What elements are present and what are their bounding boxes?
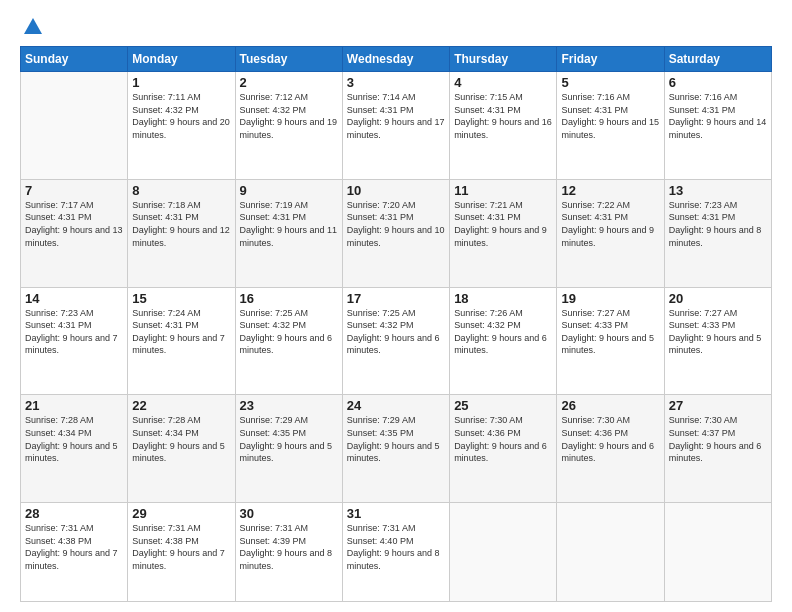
- day-number: 9: [240, 183, 338, 198]
- day-number: 10: [347, 183, 445, 198]
- day-number: 4: [454, 75, 552, 90]
- sunset-text: Sunset: 4:32 PM: [454, 319, 552, 332]
- calendar-cell: 26Sunrise: 7:30 AMSunset: 4:36 PMDayligh…: [557, 395, 664, 503]
- calendar-cell: 29Sunrise: 7:31 AMSunset: 4:38 PMDayligh…: [128, 503, 235, 602]
- calendar-cell: 13Sunrise: 7:23 AMSunset: 4:31 PMDayligh…: [664, 179, 771, 287]
- calendar-cell: [21, 72, 128, 180]
- calendar-day-header: Friday: [557, 47, 664, 72]
- sunrise-text: Sunrise: 7:15 AM: [454, 91, 552, 104]
- calendar-cell: 21Sunrise: 7:28 AMSunset: 4:34 PMDayligh…: [21, 395, 128, 503]
- sunrise-text: Sunrise: 7:22 AM: [561, 199, 659, 212]
- calendar-cell: 22Sunrise: 7:28 AMSunset: 4:34 PMDayligh…: [128, 395, 235, 503]
- sunrise-text: Sunrise: 7:23 AM: [669, 199, 767, 212]
- day-info: Sunrise: 7:19 AMSunset: 4:31 PMDaylight:…: [240, 199, 338, 249]
- calendar-cell: 3Sunrise: 7:14 AMSunset: 4:31 PMDaylight…: [342, 72, 449, 180]
- sunrise-text: Sunrise: 7:16 AM: [669, 91, 767, 104]
- sunset-text: Sunset: 4:34 PM: [132, 427, 230, 440]
- sunrise-text: Sunrise: 7:29 AM: [347, 414, 445, 427]
- daylight-text: Daylight: 9 hours and 14 minutes.: [669, 116, 767, 141]
- sunset-text: Sunset: 4:35 PM: [347, 427, 445, 440]
- sunrise-text: Sunrise: 7:11 AM: [132, 91, 230, 104]
- daylight-text: Daylight: 9 hours and 7 minutes.: [132, 547, 230, 572]
- sunset-text: Sunset: 4:38 PM: [25, 535, 123, 548]
- day-info: Sunrise: 7:30 AMSunset: 4:36 PMDaylight:…: [561, 414, 659, 464]
- sunset-text: Sunset: 4:31 PM: [669, 211, 767, 224]
- day-info: Sunrise: 7:27 AMSunset: 4:33 PMDaylight:…: [669, 307, 767, 357]
- sunrise-text: Sunrise: 7:30 AM: [669, 414, 767, 427]
- day-info: Sunrise: 7:16 AMSunset: 4:31 PMDaylight:…: [669, 91, 767, 141]
- calendar-day-header: Sunday: [21, 47, 128, 72]
- sunrise-text: Sunrise: 7:23 AM: [25, 307, 123, 320]
- daylight-text: Daylight: 9 hours and 9 minutes.: [454, 224, 552, 249]
- day-info: Sunrise: 7:21 AMSunset: 4:31 PMDaylight:…: [454, 199, 552, 249]
- daylight-text: Daylight: 9 hours and 8 minutes.: [669, 224, 767, 249]
- daylight-text: Daylight: 9 hours and 7 minutes.: [132, 332, 230, 357]
- day-number: 6: [669, 75, 767, 90]
- sunrise-text: Sunrise: 7:25 AM: [240, 307, 338, 320]
- daylight-text: Daylight: 9 hours and 12 minutes.: [132, 224, 230, 249]
- daylight-text: Daylight: 9 hours and 5 minutes.: [561, 332, 659, 357]
- day-number: 15: [132, 291, 230, 306]
- calendar-cell: 19Sunrise: 7:27 AMSunset: 4:33 PMDayligh…: [557, 287, 664, 395]
- daylight-text: Daylight: 9 hours and 15 minutes.: [561, 116, 659, 141]
- day-number: 1: [132, 75, 230, 90]
- calendar-week-row: 14Sunrise: 7:23 AMSunset: 4:31 PMDayligh…: [21, 287, 772, 395]
- daylight-text: Daylight: 9 hours and 6 minutes.: [561, 440, 659, 465]
- sunset-text: Sunset: 4:31 PM: [669, 104, 767, 117]
- day-info: Sunrise: 7:30 AMSunset: 4:36 PMDaylight:…: [454, 414, 552, 464]
- sunrise-text: Sunrise: 7:31 AM: [132, 522, 230, 535]
- calendar-cell: 7Sunrise: 7:17 AMSunset: 4:31 PMDaylight…: [21, 179, 128, 287]
- sunset-text: Sunset: 4:33 PM: [669, 319, 767, 332]
- sunset-text: Sunset: 4:31 PM: [240, 211, 338, 224]
- day-number: 31: [347, 506, 445, 521]
- sunset-text: Sunset: 4:35 PM: [240, 427, 338, 440]
- header: [20, 18, 772, 38]
- sunset-text: Sunset: 4:37 PM: [669, 427, 767, 440]
- calendar-cell: 23Sunrise: 7:29 AMSunset: 4:35 PMDayligh…: [235, 395, 342, 503]
- sunset-text: Sunset: 4:31 PM: [561, 211, 659, 224]
- day-info: Sunrise: 7:12 AMSunset: 4:32 PMDaylight:…: [240, 91, 338, 141]
- day-number: 26: [561, 398, 659, 413]
- day-info: Sunrise: 7:27 AMSunset: 4:33 PMDaylight:…: [561, 307, 659, 357]
- sunrise-text: Sunrise: 7:19 AM: [240, 199, 338, 212]
- calendar-cell: 31Sunrise: 7:31 AMSunset: 4:40 PMDayligh…: [342, 503, 449, 602]
- daylight-text: Daylight: 9 hours and 6 minutes.: [240, 332, 338, 357]
- day-number: 14: [25, 291, 123, 306]
- calendar-cell: 17Sunrise: 7:25 AMSunset: 4:32 PMDayligh…: [342, 287, 449, 395]
- daylight-text: Daylight: 9 hours and 13 minutes.: [25, 224, 123, 249]
- day-info: Sunrise: 7:24 AMSunset: 4:31 PMDaylight:…: [132, 307, 230, 357]
- sunrise-text: Sunrise: 7:17 AM: [25, 199, 123, 212]
- calendar-cell: 1Sunrise: 7:11 AMSunset: 4:32 PMDaylight…: [128, 72, 235, 180]
- day-info: Sunrise: 7:23 AMSunset: 4:31 PMDaylight:…: [25, 307, 123, 357]
- sunrise-text: Sunrise: 7:31 AM: [25, 522, 123, 535]
- day-info: Sunrise: 7:14 AMSunset: 4:31 PMDaylight:…: [347, 91, 445, 141]
- daylight-text: Daylight: 9 hours and 5 minutes.: [240, 440, 338, 465]
- sunrise-text: Sunrise: 7:14 AM: [347, 91, 445, 104]
- day-info: Sunrise: 7:25 AMSunset: 4:32 PMDaylight:…: [347, 307, 445, 357]
- day-number: 5: [561, 75, 659, 90]
- calendar-cell: 20Sunrise: 7:27 AMSunset: 4:33 PMDayligh…: [664, 287, 771, 395]
- sunset-text: Sunset: 4:39 PM: [240, 535, 338, 548]
- calendar-cell: 24Sunrise: 7:29 AMSunset: 4:35 PMDayligh…: [342, 395, 449, 503]
- day-info: Sunrise: 7:30 AMSunset: 4:37 PMDaylight:…: [669, 414, 767, 464]
- daylight-text: Daylight: 9 hours and 6 minutes.: [454, 332, 552, 357]
- day-info: Sunrise: 7:29 AMSunset: 4:35 PMDaylight:…: [347, 414, 445, 464]
- daylight-text: Daylight: 9 hours and 5 minutes.: [132, 440, 230, 465]
- day-info: Sunrise: 7:11 AMSunset: 4:32 PMDaylight:…: [132, 91, 230, 141]
- calendar-cell: 2Sunrise: 7:12 AMSunset: 4:32 PMDaylight…: [235, 72, 342, 180]
- sunrise-text: Sunrise: 7:31 AM: [240, 522, 338, 535]
- day-number: 11: [454, 183, 552, 198]
- sunrise-text: Sunrise: 7:26 AM: [454, 307, 552, 320]
- daylight-text: Daylight: 9 hours and 16 minutes.: [454, 116, 552, 141]
- daylight-text: Daylight: 9 hours and 11 minutes.: [240, 224, 338, 249]
- day-number: 7: [25, 183, 123, 198]
- calendar-week-row: 1Sunrise: 7:11 AMSunset: 4:32 PMDaylight…: [21, 72, 772, 180]
- sunrise-text: Sunrise: 7:20 AM: [347, 199, 445, 212]
- day-number: 30: [240, 506, 338, 521]
- sunset-text: Sunset: 4:33 PM: [561, 319, 659, 332]
- logo: [20, 18, 44, 38]
- day-info: Sunrise: 7:16 AMSunset: 4:31 PMDaylight:…: [561, 91, 659, 141]
- daylight-text: Daylight: 9 hours and 8 minutes.: [240, 547, 338, 572]
- day-info: Sunrise: 7:28 AMSunset: 4:34 PMDaylight:…: [25, 414, 123, 464]
- day-number: 27: [669, 398, 767, 413]
